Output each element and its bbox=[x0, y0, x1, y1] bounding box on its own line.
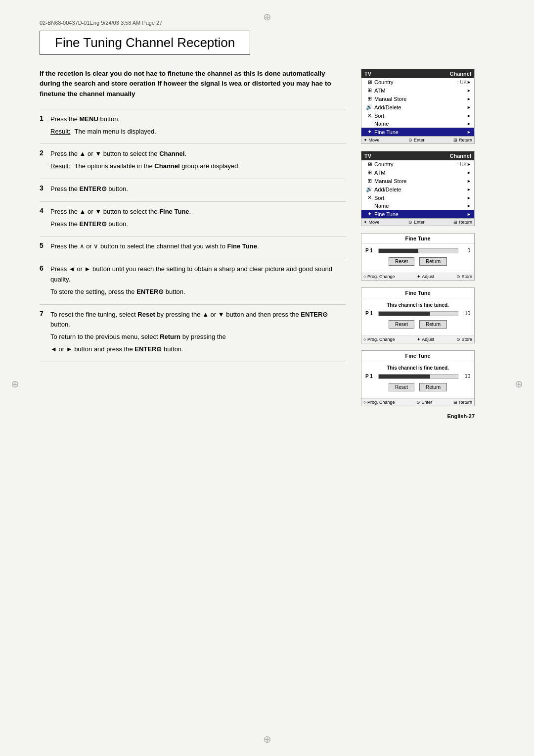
atm-icon: ⊞ bbox=[364, 87, 374, 94]
sound-icon: 🔊 bbox=[364, 186, 374, 192]
fine-tune-header-3: Fine Tune bbox=[361, 351, 474, 361]
step-content: Press the ▲ or ▼ button to select the Ch… bbox=[50, 144, 346, 179]
table-row: 7 To reset the fine tuning, select Reset… bbox=[40, 304, 346, 362]
reset-button-3[interactable]: Reset bbox=[389, 383, 414, 391]
fine-tune-info-2: This channel is fine tuned. bbox=[365, 302, 470, 308]
panel-footer-2: ✦ Move ⊙ Enter ⊞ Return bbox=[361, 218, 474, 226]
left-column: If the recetion is clear you do not hae … bbox=[40, 69, 346, 419]
fine-tune-body-1: P 1 0 Reset Return bbox=[361, 244, 474, 273]
header-meta: 02-BN68-00437D-01Eng 9/24/03 3:58 AM Pag… bbox=[40, 20, 494, 26]
crosshair-right: ⊕ bbox=[515, 378, 523, 390]
steps-table: 1 Press the MENU button. Result:The main… bbox=[40, 109, 346, 362]
fine-tune-panel-2: Fine Tune This channel is fine tuned. P … bbox=[361, 287, 475, 343]
fine-tune-buttons-3: Reset Return bbox=[365, 383, 470, 391]
return-button-3[interactable]: Return bbox=[419, 383, 447, 391]
fine-tune-header-2: Fine Tune bbox=[361, 288, 474, 298]
bar-track-2 bbox=[378, 311, 458, 316]
menu-item: ⊞ ATM ► bbox=[361, 86, 474, 94]
crosshair-bottom: ⊕ bbox=[263, 733, 271, 745]
crosshair-left: ⊕ bbox=[11, 378, 19, 390]
menu-item: 🖥 Country : UK ► bbox=[361, 160, 474, 168]
right-column: TV Channel 🖥 Country : UK ► ⊞ ATM ► bbox=[361, 69, 475, 419]
menu-item: 🖥 Country : UK ► bbox=[361, 78, 474, 86]
fine-tune-bar-row-2: P 1 10 bbox=[365, 311, 470, 316]
menu-item: ⊞ Manual Store ► bbox=[361, 94, 474, 103]
store-icon: ⊞ bbox=[364, 95, 374, 102]
menu-panel-1: TV Channel 🖥 Country : UK ► ⊞ ATM ► bbox=[361, 69, 475, 144]
fine-tune-panel-1: Fine Tune P 1 0 Reset Return ○ bbox=[361, 233, 475, 281]
table-row: 1 Press the MENU button. Result:The main… bbox=[40, 109, 346, 144]
fine-tune-buttons-2: Reset Return bbox=[365, 320, 470, 329]
menu-item: ✕ Sort ► bbox=[361, 193, 474, 202]
fine-tune-panel-3: Fine Tune This channel is fine tuned. P … bbox=[361, 350, 475, 406]
x-icon: ✕ bbox=[364, 112, 374, 119]
fine-tune-body-2: This channel is fine tuned. P 1 10 Reset… bbox=[361, 298, 474, 335]
panel-header-2: TV Channel bbox=[361, 151, 474, 160]
page-title-box: Fine Tuning Channel Reception bbox=[40, 31, 250, 55]
menu-item: Name ► bbox=[361, 120, 474, 128]
menu-item: 🔊 Add/Delete ► bbox=[361, 103, 474, 111]
return-button-2[interactable]: Return bbox=[419, 320, 447, 329]
atm-icon: ⊞ bbox=[364, 169, 374, 176]
panel-body-1: 🖥 Country : UK ► ⊞ ATM ► ⊞ Manual Store … bbox=[361, 78, 474, 136]
page-number: English-27 bbox=[361, 413, 475, 419]
reset-button-2[interactable]: Reset bbox=[389, 320, 414, 329]
menu-item: ⊞ Manual Store ► bbox=[361, 177, 474, 185]
panel-footer-1: ✦ Move ⊙ Enter ⊞ Return bbox=[361, 136, 474, 143]
step-content: Press the ∧ or ∨ button to select the ch… bbox=[50, 236, 346, 259]
finetune-icon: ✦ bbox=[364, 129, 374, 135]
sound-icon: 🔊 bbox=[364, 104, 374, 110]
page-title: Fine Tuning Channel Reception bbox=[55, 35, 235, 50]
fine-tune-footer-1: ○ Prog. Change ✦ Adjust ⊙ Store bbox=[361, 273, 474, 280]
table-row: 6 Press ◄ or ► button until you reach th… bbox=[40, 259, 346, 304]
step-number: 7 bbox=[40, 304, 50, 362]
fine-tune-footer-3: ○ Prog. Change ⊙ Enter ⊞ Return bbox=[361, 398, 474, 406]
fine-tune-info-3: This channel is fine tuned. bbox=[365, 365, 470, 371]
panel-header-1: TV Channel bbox=[361, 69, 474, 78]
menu-item-selected: ✦ Fine Tune ► bbox=[361, 128, 474, 136]
step-content: Press the ▲ or ▼ button to select the Fi… bbox=[50, 201, 346, 236]
table-row: 2 Press the ▲ or ▼ button to select the … bbox=[40, 144, 346, 179]
menu-item: 🔊 Add/Delete ► bbox=[361, 185, 474, 193]
store-icon: ⊞ bbox=[364, 178, 374, 184]
step-number: 2 bbox=[40, 144, 50, 179]
fine-tune-bar-row-1: P 1 0 bbox=[365, 248, 470, 253]
x-icon: ✕ bbox=[364, 194, 374, 201]
menu-item: ⊞ ATM ► bbox=[361, 168, 474, 177]
fine-tune-bar-row-3: P 1 10 bbox=[365, 374, 470, 379]
step-number: 1 bbox=[40, 109, 50, 144]
tv-icon: 🖥 bbox=[364, 79, 374, 85]
bar-fill-1 bbox=[379, 249, 418, 253]
fine-tune-body-3: This channel is fine tuned. P 1 10 Reset… bbox=[361, 361, 474, 398]
fine-tune-header-1: Fine Tune bbox=[361, 234, 474, 244]
finetune-icon: ✦ bbox=[364, 211, 374, 217]
table-row: 3 Press the ENTER⊙ button. bbox=[40, 179, 346, 201]
bar-fill-3 bbox=[379, 375, 430, 378]
table-row: 5 Press the ∧ or ∨ button to select the … bbox=[40, 236, 346, 259]
return-button-1[interactable]: Return bbox=[419, 257, 447, 266]
fine-tune-footer-2: ○ Prog. Change ✦ Adjust ⊙ Store bbox=[361, 335, 474, 343]
fine-tune-buttons-1: Reset Return bbox=[365, 257, 470, 266]
tv-icon: 🖥 bbox=[364, 161, 374, 167]
table-row: 4 Press the ▲ or ▼ button to select the … bbox=[40, 201, 346, 236]
menu-panel-2: TV Channel 🖥 Country : UK ► ⊞ ATM ► bbox=[361, 151, 475, 226]
step-number: 3 bbox=[40, 179, 50, 201]
step-content: Press the ENTER⊙ button. bbox=[50, 179, 346, 201]
step-number: 5 bbox=[40, 236, 50, 259]
step-content: To reset the fine tuning, select Reset b… bbox=[50, 304, 346, 362]
menu-item-selected: ✦ Fine Tune ► bbox=[361, 210, 474, 218]
bar-track-3 bbox=[378, 374, 458, 379]
bar-track-1 bbox=[378, 248, 458, 253]
step-number: 6 bbox=[40, 259, 50, 304]
step-content: Press ◄ or ► button until you reach the … bbox=[50, 259, 346, 304]
menu-item: Name ► bbox=[361, 202, 474, 210]
step-content: Press the MENU button. Result:The main m… bbox=[50, 109, 346, 144]
reset-button-1[interactable]: Reset bbox=[389, 257, 414, 266]
step-number: 4 bbox=[40, 201, 50, 236]
intro-text: If the recetion is clear you do not hae … bbox=[40, 69, 346, 99]
bar-fill-2 bbox=[379, 312, 430, 316]
menu-item: ✕ Sort ► bbox=[361, 111, 474, 120]
panel-body-2: 🖥 Country : UK ► ⊞ ATM ► ⊞ Manual Store … bbox=[361, 160, 474, 218]
